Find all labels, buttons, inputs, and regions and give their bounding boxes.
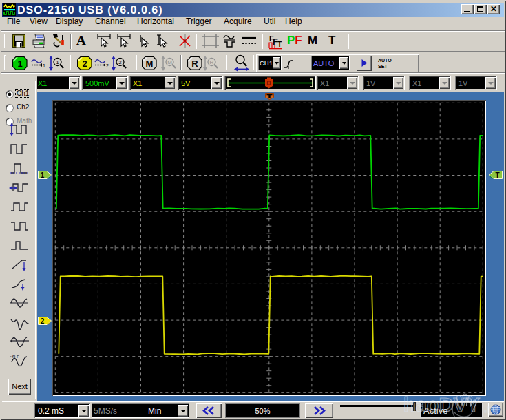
svg-text:2: 2 [41, 317, 45, 325]
svg-text:T: T [495, 171, 499, 179]
svg-text:M: M [167, 59, 172, 65]
svg-text:M: M [146, 59, 154, 69]
svg-text:1: 1 [56, 59, 59, 65]
svg-text:2: 2 [106, 63, 109, 68]
svg-text:R-F: R-F [12, 355, 19, 359]
svg-text:1: 1 [17, 59, 22, 69]
svg-text:T: T [277, 41, 282, 48]
svg-text:2: 2 [118, 59, 122, 65]
svg-text:R: R [210, 59, 214, 65]
svg-text:2: 2 [82, 59, 87, 69]
svg-text:1: 1 [43, 63, 45, 68]
svg-text:R: R [191, 59, 198, 69]
svg-text:1: 1 [41, 171, 45, 179]
